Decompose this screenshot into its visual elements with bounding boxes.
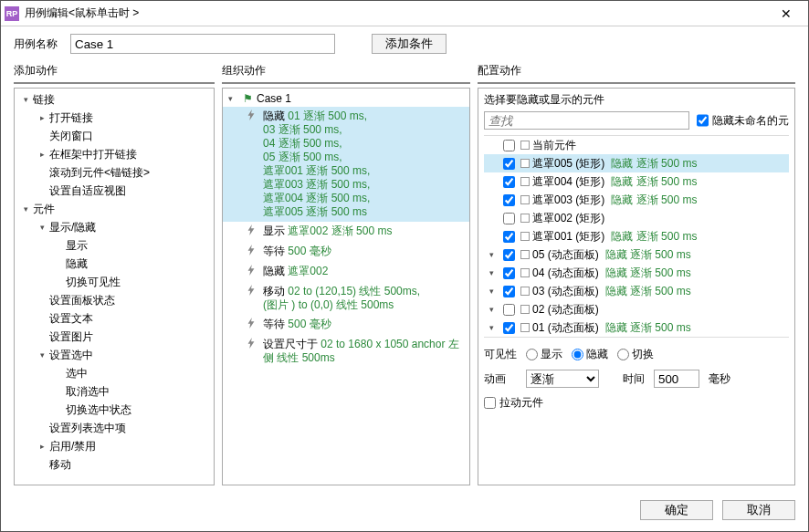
visibility-show-radio[interactable]: 显示: [526, 347, 562, 362]
action-item[interactable]: 等待 500 毫秒: [223, 242, 469, 262]
action-tree-item[interactable]: 设置文本: [15, 309, 214, 328]
widget-suffix: 隐藏 逐渐 500 ms: [605, 266, 691, 281]
widget-checkbox[interactable]: [503, 194, 515, 206]
chevron-down-icon[interactable]: [486, 268, 497, 277]
action-tree-item[interactable]: 链接: [15, 90, 214, 109]
widget-list-item[interactable]: 01 (动态面板)隐藏 逐渐 500 ms: [484, 318, 789, 337]
tree-item-label: 设置选中: [47, 348, 93, 363]
chevron-down-icon[interactable]: [486, 250, 497, 259]
widget-type-icon: [520, 159, 530, 168]
chevron-right-icon[interactable]: [37, 150, 47, 159]
widget-list-item[interactable]: 遮罩002 (矩形): [484, 209, 789, 227]
widget-suffix: 隐藏 逐渐 500 ms: [611, 193, 697, 208]
action-tree-item[interactable]: 切换选中状态: [15, 401, 214, 419]
chevron-right-icon[interactable]: [37, 442, 47, 451]
widget-type-icon: [520, 268, 530, 277]
action-tree-item[interactable]: 打开链接: [15, 109, 214, 127]
widget-checkbox[interactable]: [503, 231, 515, 243]
widget-checkbox[interactable]: [503, 176, 515, 188]
widget-checkbox[interactable]: [503, 304, 515, 316]
drag-widget-checkbox[interactable]: 拉动元件: [484, 395, 543, 411]
widget-list-item[interactable]: 遮罩004 (矩形)隐藏 逐渐 500 ms: [484, 172, 789, 191]
widget-list-item[interactable]: 03 (动态面板)隐藏 逐渐 500 ms: [484, 282, 789, 300]
widget-checkbox[interactable]: [503, 286, 515, 297]
action-tree-item[interactable]: 设置列表选中项: [15, 419, 214, 437]
add-condition-button[interactable]: 添加条件: [372, 34, 447, 54]
action-item-text: 设置尺寸于 02 to 1680 x 1050 anchor 左侧 线性 500…: [263, 338, 464, 365]
action-tree-item[interactable]: 隐藏: [15, 255, 214, 273]
case-name-input[interactable]: [70, 34, 335, 54]
close-button[interactable]: ✕: [768, 1, 804, 26]
tree-item-label: 切换可见性: [64, 275, 121, 290]
action-tree-item[interactable]: 滚动到元件<锚链接>: [15, 163, 214, 182]
widget-checkbox[interactable]: [503, 213, 515, 224]
time-input[interactable]: [654, 370, 699, 388]
action-tree-item[interactable]: 设置面板状态: [15, 291, 214, 309]
action-item[interactable]: 设置尺寸于 02 to 1680 x 1050 anchor 左侧 线性 500…: [223, 335, 469, 368]
widget-checkbox[interactable]: [503, 322, 515, 334]
visibility-hide-radio[interactable]: 隐藏: [572, 347, 608, 362]
action-tree-item[interactable]: 切换可见性: [15, 273, 214, 291]
add-action-heading: 添加动作: [14, 61, 215, 84]
action-item[interactable]: 显示 遮罩002 逐渐 500 ms: [223, 222, 469, 242]
widget-name: 03 (动态面板): [532, 284, 599, 299]
action-item[interactable]: 隐藏 遮罩002: [223, 262, 469, 282]
widget-checkbox[interactable]: [503, 140, 515, 151]
widget-list-item[interactable]: 05 (动态面板)隐藏 逐渐 500 ms: [484, 245, 789, 264]
action-item[interactable]: 隐藏 01 逐渐 500 ms, 03 逐渐 500 ms, 04 逐渐 500…: [223, 107, 469, 222]
widget-list-item[interactable]: 当前元件: [484, 136, 789, 154]
action-tree-item[interactable]: 设置选中: [15, 346, 214, 364]
action-tree-item[interactable]: 显示: [15, 236, 214, 255]
chevron-down-icon[interactable]: [20, 204, 31, 214]
visibility-toggle-radio[interactable]: 切换: [617, 347, 654, 362]
action-tree-item[interactable]: 关闭窗口: [15, 127, 214, 145]
config-top: 选择要隐藏或显示的元件 隐藏未命名的元 当前元件遮罩005 (矩形)隐藏 逐渐 …: [478, 89, 794, 339]
add-action-tree[interactable]: 链接打开链接关闭窗口在框架中打开链接滚动到元件<锚链接>设置自适应视图元件显示/…: [14, 88, 215, 485]
widget-checkbox[interactable]: [503, 158, 515, 170]
action-item[interactable]: 等待 500 毫秒: [223, 315, 469, 335]
tree-item-label: 切换选中状态: [64, 402, 131, 418]
chevron-right-icon[interactable]: [37, 113, 47, 122]
chevron-down-icon[interactable]: [20, 95, 31, 104]
widget-list-item[interactable]: 遮罩005 (矩形)隐藏 逐渐 500 ms: [484, 154, 789, 172]
widget-search-input[interactable]: [484, 111, 689, 130]
widget-list-item[interactable]: 遮罩003 (矩形)隐藏 逐渐 500 ms: [484, 191, 789, 209]
widget-checkbox[interactable]: [503, 267, 515, 279]
action-tree-item[interactable]: 显示/隐藏: [15, 218, 214, 236]
action-item-text: 显示 遮罩002 逐渐 500 ms: [263, 224, 392, 239]
widget-type-icon: [520, 214, 530, 223]
chevron-down-icon[interactable]: [486, 287, 497, 296]
widget-list-item[interactable]: 遮罩001 (矩形)隐藏 逐渐 500 ms: [484, 227, 789, 245]
widget-list-item[interactable]: 02 (动态面板): [484, 300, 789, 318]
widget-list-item[interactable]: 04 (动态面板)隐藏 逐渐 500 ms: [484, 264, 789, 282]
chevron-down-icon[interactable]: [486, 305, 497, 314]
widget-list[interactable]: 当前元件遮罩005 (矩形)隐藏 逐渐 500 ms遮罩004 (矩形)隐藏 逐…: [484, 135, 789, 338]
action-tree-item[interactable]: 取消选中: [15, 382, 214, 401]
cancel-button[interactable]: 取消: [722, 500, 795, 520]
organize-action-panel[interactable]: ⚑ Case 1 隐藏 01 逐渐 500 ms, 03 逐渐 500 ms, …: [222, 88, 470, 485]
action-tree-item[interactable]: 元件: [15, 200, 214, 218]
tree-item-label: 隐藏: [64, 256, 88, 272]
action-tree-item[interactable]: 设置图片: [15, 328, 214, 346]
tree-item-label: 设置面板状态: [47, 293, 115, 308]
time-unit: 毫秒: [709, 371, 730, 387]
chevron-down-icon[interactable]: [37, 223, 47, 232]
action-tree-item[interactable]: 移动: [15, 455, 214, 474]
widget-checkbox[interactable]: [503, 249, 515, 261]
case-name-row: 用例名称 添加条件: [1, 26, 808, 57]
bolt-icon: [247, 110, 257, 219]
widget-suffix: 隐藏 逐渐 500 ms: [611, 229, 697, 245]
chevron-down-icon[interactable]: [486, 323, 497, 332]
action-item[interactable]: 移动 02 to (120,15) 线性 500ms, (图片 ) to (0,…: [223, 282, 469, 315]
close-icon: ✕: [781, 6, 792, 21]
ok-button[interactable]: 确定: [640, 500, 713, 520]
case-root-node[interactable]: ⚑ Case 1: [223, 90, 469, 107]
hide-unnamed-checkbox[interactable]: 隐藏未命名的元: [697, 111, 789, 130]
chevron-down-icon[interactable]: [37, 350, 47, 360]
action-tree-item[interactable]: 启用/禁用: [15, 437, 214, 455]
animation-select[interactable]: 逐渐: [526, 370, 599, 388]
chevron-down-icon[interactable]: [228, 94, 239, 103]
action-tree-item[interactable]: 设置自适应视图: [15, 182, 214, 200]
action-tree-item[interactable]: 在框架中打开链接: [15, 145, 214, 163]
action-tree-item[interactable]: 选中: [15, 364, 214, 382]
